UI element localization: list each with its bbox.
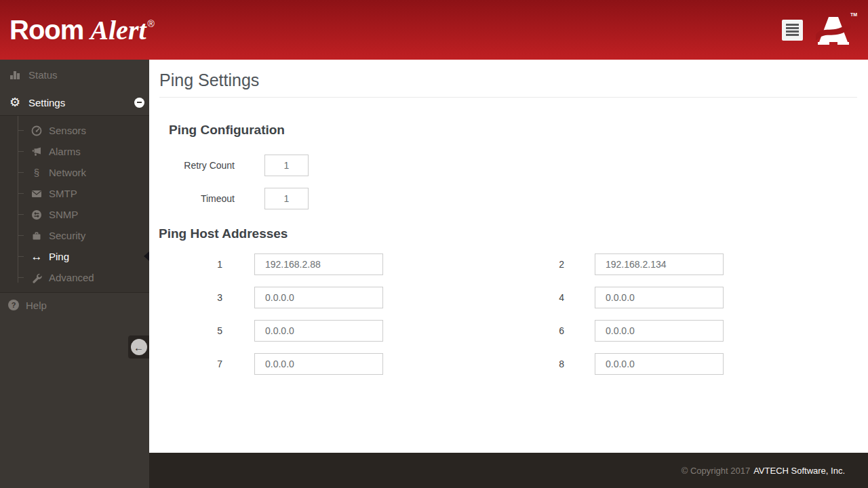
main-content: Ping Settings Ping Configuration Retry C…	[149, 60, 868, 453]
wrench-icon	[31, 272, 43, 283]
host-8-label: 8	[383, 359, 595, 369]
ping-configuration-form: Retry Count Timeout	[159, 155, 868, 209]
sidebar-item-label: Help	[26, 300, 47, 311]
settings-submenu: Sensors Alarms § Network SM	[0, 115, 149, 293]
ping-host-addresses-form: 1 2 3 4 5 6 7 8	[159, 253, 868, 375]
host-7-input[interactable]	[254, 353, 383, 375]
host-8-input[interactable]	[595, 353, 724, 375]
arrows-horizontal-icon: ↔	[31, 251, 43, 262]
sidebar-item-help[interactable]: ? Help	[0, 293, 149, 317]
host-3-input[interactable]	[254, 287, 383, 308]
retry-count-input[interactable]	[264, 155, 309, 176]
host-6-input[interactable]	[595, 320, 724, 342]
sidebar-item-label: Advanced	[49, 272, 94, 283]
host-1-input[interactable]	[254, 253, 383, 275]
avtech-a-logo[interactable]: TM	[814, 14, 856, 46]
page-footer: © Copyright 2017 AVTECH Software, Inc.	[149, 453, 868, 488]
host-4-label: 4	[383, 292, 595, 303]
page-title: Ping Settings	[159, 70, 857, 90]
trademark-mark: TM	[850, 12, 857, 17]
title-divider	[159, 97, 857, 98]
sidebar-collapse-button[interactable]: ←	[128, 336, 149, 359]
arrow-left-circle-icon: ←	[131, 339, 147, 355]
gauge-icon	[31, 125, 43, 136]
sidebar-item-snmp[interactable]: SNMP	[0, 204, 149, 225]
host-4-input[interactable]	[595, 287, 724, 308]
sidebar-item-label: Sensors	[49, 125, 86, 136]
sidebar-item-security[interactable]: Security	[0, 225, 149, 246]
ping-configuration-heading: Ping Configuration	[169, 123, 868, 138]
minus-circle-icon[interactable]	[134, 98, 144, 108]
sidebar-item-settings[interactable]: ⚙ Settings	[0, 89, 149, 115]
sidebar-item-sensors[interactable]: Sensors	[0, 120, 149, 141]
sidebar-item-alarms[interactable]: Alarms	[0, 141, 149, 162]
ping-host-addresses-heading: Ping Host Addresses	[159, 226, 868, 241]
retry-count-label: Retry Count	[159, 160, 264, 171]
host-5-input[interactable]	[254, 320, 383, 342]
host-7-label: 7	[159, 359, 254, 369]
timeout-label: Timeout	[159, 193, 264, 204]
sidebar-item-label: SNMP	[49, 209, 78, 220]
brand-alert: Alert	[90, 14, 146, 46]
app-header: Room Alert ® TM	[0, 0, 868, 60]
briefcase-icon	[31, 230, 43, 241]
active-item-pointer-icon	[144, 251, 149, 261]
question-circle-icon: ?	[8, 300, 19, 310]
avtech-a-icon	[814, 14, 853, 46]
registered-mark: ®	[148, 18, 155, 29]
host-3-label: 3	[159, 292, 254, 303]
timeout-input[interactable]	[264, 188, 309, 209]
sidebar-item-advanced[interactable]: Advanced	[0, 267, 149, 288]
sidebar-item-label: Ping	[49, 251, 69, 262]
sidebar-item-status[interactable]: Status	[0, 60, 149, 89]
company-name: AVTECH Software, Inc.	[753, 466, 845, 476]
megaphone-icon	[31, 146, 43, 157]
list-icon[interactable]	[782, 20, 803, 41]
sidebar-item-label: SMTP	[49, 188, 77, 199]
host-2-input[interactable]	[595, 253, 724, 275]
host-6-label: 6	[383, 325, 595, 336]
sidebar-item-network[interactable]: § Network	[0, 162, 149, 183]
host-1-label: 1	[159, 259, 254, 270]
sidebar-item-label: Settings	[28, 97, 65, 108]
brand-room: Room	[9, 15, 83, 45]
copyright-text: © Copyright 2017	[682, 466, 750, 476]
envelope-icon	[31, 188, 43, 199]
sidebar-item-ping[interactable]: ↔ Ping	[0, 246, 149, 267]
host-2-label: 2	[383, 259, 595, 270]
exchange-circle-icon	[31, 209, 43, 220]
host-5-label: 5	[159, 325, 254, 336]
bar-chart-icon	[9, 69, 21, 80]
link-icon: §	[31, 167, 43, 178]
sidebar-item-label: Status	[28, 69, 58, 81]
sidebar-nav: Status ⚙ Settings Sensors	[0, 60, 149, 488]
sidebar-item-smtp[interactable]: SMTP	[0, 183, 149, 204]
sidebar-item-label: Alarms	[49, 146, 81, 157]
sidebar-item-label: Network	[49, 167, 86, 178]
gear-icon: ⚙	[9, 96, 21, 108]
sidebar-item-label: Security	[49, 230, 85, 241]
room-alert-logo: Room Alert ®	[9, 14, 155, 46]
